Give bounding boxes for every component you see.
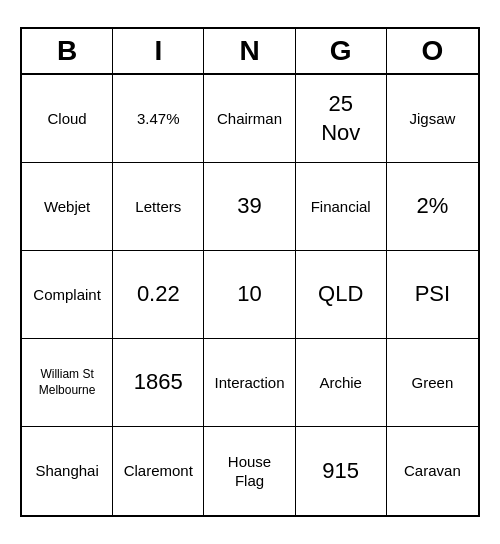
bingo-cell-6: Letters <box>113 163 204 251</box>
bingo-cell-16: 1865 <box>113 339 204 427</box>
header-letter-n: N <box>204 29 295 73</box>
header-letter-b: B <box>22 29 113 73</box>
bingo-cell-3: 25Nov <box>296 75 387 163</box>
bingo-header: BINGO <box>22 29 478 75</box>
bingo-cell-11: 0.22 <box>113 251 204 339</box>
header-letter-g: G <box>296 29 387 73</box>
bingo-cell-24: Caravan <box>387 427 478 515</box>
bingo-cell-9: 2% <box>387 163 478 251</box>
bingo-cell-4: Jigsaw <box>387 75 478 163</box>
header-letter-i: I <box>113 29 204 73</box>
bingo-cell-17: Interaction <box>204 339 295 427</box>
bingo-cell-15: William StMelbourne <box>22 339 113 427</box>
bingo-cell-2: Chairman <box>204 75 295 163</box>
bingo-cell-13: QLD <box>296 251 387 339</box>
bingo-card: BINGO Cloud3.47%Chairman25NovJigsawWebje… <box>20 27 480 517</box>
bingo-grid: Cloud3.47%Chairman25NovJigsawWebjetLette… <box>22 75 478 515</box>
bingo-cell-7: 39 <box>204 163 295 251</box>
header-letter-o: O <box>387 29 478 73</box>
bingo-cell-22: HouseFlag <box>204 427 295 515</box>
bingo-cell-20: Shanghai <box>22 427 113 515</box>
bingo-cell-18: Archie <box>296 339 387 427</box>
bingo-cell-14: PSI <box>387 251 478 339</box>
bingo-cell-0: Cloud <box>22 75 113 163</box>
bingo-cell-21: Claremont <box>113 427 204 515</box>
bingo-cell-12: 10 <box>204 251 295 339</box>
bingo-cell-8: Financial <box>296 163 387 251</box>
bingo-cell-23: 915 <box>296 427 387 515</box>
bingo-cell-10: Complaint <box>22 251 113 339</box>
bingo-cell-5: Webjet <box>22 163 113 251</box>
bingo-cell-1: 3.47% <box>113 75 204 163</box>
bingo-cell-19: Green <box>387 339 478 427</box>
